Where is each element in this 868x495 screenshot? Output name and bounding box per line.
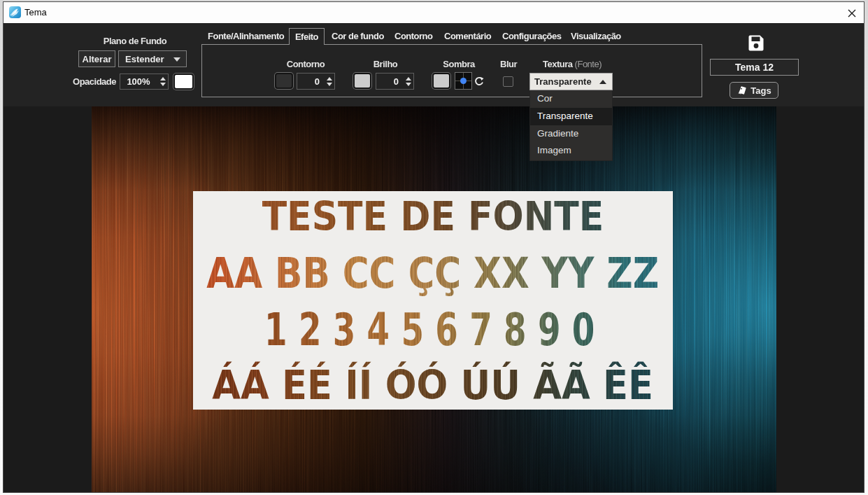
spin-down-icon [160, 83, 166, 86]
outline-color-swatch[interactable] [275, 73, 293, 89]
tab-configuracoes[interactable]: Configurações [502, 28, 562, 44]
spin-up-icon [406, 77, 411, 81]
close-button[interactable] [844, 5, 860, 22]
texture-label: Textura (Fonte) [543, 59, 602, 69]
background-mode-select[interactable]: Estender [118, 50, 187, 67]
tab-comentario[interactable]: Comentário [444, 28, 491, 44]
texture-label-main: Textura [543, 59, 573, 69]
spinner-arrows[interactable] [406, 74, 411, 89]
chevron-up-icon [599, 80, 606, 84]
tags-icon [737, 85, 747, 96]
background-mode-value: Estender [125, 54, 164, 64]
opacity-spinner[interactable]: 100% [120, 74, 169, 90]
preview-line-1: TESTE DE FONTE [193, 197, 673, 237]
background-section-title: Plano de Fundo [77, 36, 193, 46]
tab-contorno[interactable]: Contorno [394, 28, 432, 44]
spin-down-icon [406, 83, 411, 86]
background-color-swatch[interactable] [173, 74, 194, 90]
spin-up-icon [160, 77, 166, 81]
shadow-position-picker[interactable] [455, 72, 472, 90]
tab-cor-de-fundo[interactable]: Cor de fundo [332, 28, 384, 44]
glow-label: Brilho [373, 59, 398, 69]
spin-up-icon [327, 77, 332, 81]
preview-line-3: 1 2 3 4 5 6 7 8 9 0 [190, 308, 669, 353]
shadow-color-swatch[interactable] [432, 73, 450, 89]
shadow-label: Sombra [443, 59, 474, 69]
dropdown-option-imagem[interactable]: Imagem [530, 142, 612, 160]
opacity-value: 100% [120, 74, 157, 89]
spinner-arrows[interactable] [327, 74, 332, 89]
preview-line-4: ÁÁ ÉÉ ÍÍ ÓÓ ÚÚ ÃÃ ÊÊ [193, 365, 673, 406]
window-frame: Tema Plano de Fundo Alterar Estender Opa… [0, 0, 868, 495]
chevron-down-icon [173, 57, 180, 62]
texture-label-sub: (Fonte) [575, 59, 602, 69]
dropdown-option-transparente[interactable]: Transparente [530, 108, 612, 125]
shadow-reset-button[interactable] [474, 76, 484, 86]
dropdown-option-cor[interactable]: Cor [530, 90, 612, 108]
preview-area: TESTE DE FONTE AA BB CC ÇÇ XX YY ZZ 1 2 … [3, 106, 864, 492]
save-icon [748, 34, 764, 52]
tab-efeito[interactable]: Efeito [289, 28, 325, 45]
effect-panel: Contorno 0 Brilho 0 Sombra [201, 44, 702, 97]
blur-label: Blur [500, 59, 517, 69]
dropdown-option-gradiente[interactable]: Gradiente [530, 125, 612, 143]
spinner-arrows[interactable] [160, 74, 166, 89]
outline-spinner[interactable]: 0 [297, 73, 335, 90]
glow-value: 0 [376, 74, 402, 89]
change-background-button[interactable]: Alterar [78, 50, 115, 67]
tags-button[interactable]: Tags [730, 82, 778, 99]
theme-name-input[interactable]: Tema 12 [710, 59, 799, 76]
texture-combobox[interactable]: Transparente [529, 73, 613, 90]
outline-value: 0 [297, 74, 323, 89]
refresh-icon [474, 76, 484, 86]
save-button[interactable] [748, 34, 764, 52]
titlebar[interactable]: Tema [3, 2, 864, 23]
app-icon [9, 6, 21, 18]
toolbar: Plano de Fundo Alterar Estender Opacidad… [3, 23, 864, 106]
window: Tema Plano de Fundo Alterar Estender Opa… [3, 1, 865, 493]
preview-line-2: AA BB CC ÇÇ XX YY ZZ [193, 252, 673, 294]
tab-fonte-alinhamento[interactable]: Fonte/Alinhamento [208, 28, 284, 44]
opacity-label: Opacidade [69, 76, 116, 87]
close-icon [848, 9, 856, 18]
tab-visualizacao[interactable]: Visualização [571, 28, 621, 44]
spin-down-icon [327, 83, 332, 86]
preview-text-panel: TESTE DE FONTE AA BB CC ÇÇ XX YY ZZ 1 2 … [193, 191, 673, 410]
shadow-position-dot [460, 78, 467, 84]
texture-dropdown-list: Cor Transparente Gradiente Imagem [529, 90, 613, 161]
window-title: Tema [24, 2, 47, 23]
blur-checkbox[interactable] [503, 76, 513, 87]
glow-spinner[interactable]: 0 [376, 73, 414, 90]
glow-color-swatch[interactable] [353, 73, 371, 89]
outline-label: Contorno [287, 59, 325, 69]
tags-button-label: Tags [750, 85, 771, 96]
texture-combobox-value: Transparente [534, 76, 592, 87]
